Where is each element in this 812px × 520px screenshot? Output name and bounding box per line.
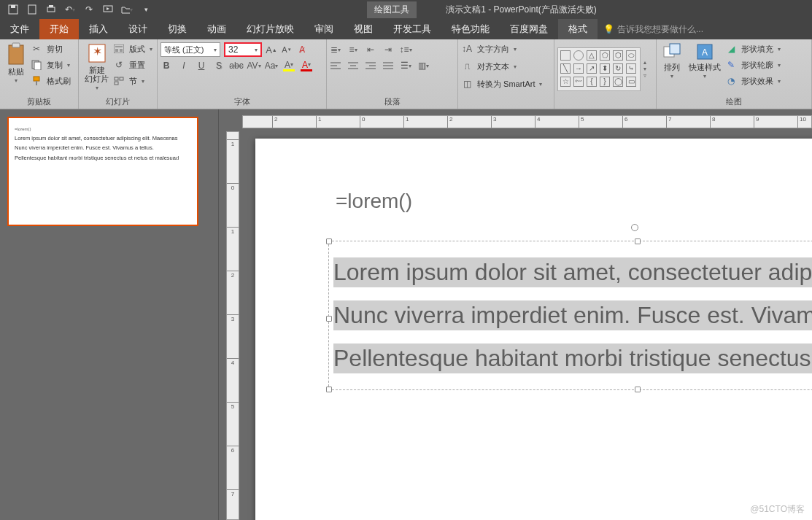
tab-开始[interactable]: 开始 xyxy=(39,19,79,39)
resize-handle[interactable] xyxy=(635,238,641,244)
font-name-combo[interactable]: 等线 (正文)▾ xyxy=(161,42,220,57)
paragraph-text[interactable]: Lorem ipsum dolor sit amet, consectetuer… xyxy=(333,257,812,287)
save-icon[interactable] xyxy=(7,4,19,15)
group-label: 幻灯片 xyxy=(82,95,154,109)
strike-icon[interactable]: abc xyxy=(231,60,242,71)
numbering-icon[interactable]: ≡▾ xyxy=(347,44,359,55)
group-shapes: △⬠⬡⬭ ╲→↗⬍↻⤷ ☆⬳{}◯▭ ▴ ▾ ▿ xyxy=(554,39,657,109)
vertical-ruler[interactable]: 1012345678 xyxy=(226,131,239,520)
contextual-tab-label: 绘图工具 xyxy=(367,1,417,18)
font-color-icon[interactable]: A▾ xyxy=(301,60,312,71)
group-label: 绘图 xyxy=(660,95,808,109)
line-spacing-icon[interactable]: ↕≡▾ xyxy=(400,44,411,55)
paragraph-text[interactable]: Pellentesque habitant morbi tristique se… xyxy=(333,344,812,373)
smartart-button[interactable]: ◫转换为 SmartArt▾ xyxy=(461,76,542,92)
italic-icon[interactable]: I xyxy=(178,60,190,71)
decrease-font-icon[interactable]: A▼ xyxy=(281,44,293,55)
tab-特色功能[interactable]: 特色功能 xyxy=(441,19,500,39)
tab-百度网盘[interactable]: 百度网盘 xyxy=(500,19,558,39)
bullets-icon[interactable]: ≣▾ xyxy=(330,44,341,55)
group-font: 等线 (正文)▾ 32▾ A▲ A▼ A̷ B I U S abc AV▾ Aa… xyxy=(158,39,327,109)
tab-开发工具[interactable]: 开发工具 xyxy=(383,19,441,39)
svg-rect-7 xyxy=(9,45,23,64)
paragraph-text[interactable]: Nunc viverra imperdiet enim. Fusce est. … xyxy=(333,300,812,330)
gallery-more-icon[interactable]: ▿ xyxy=(643,72,646,79)
svg-rect-21 xyxy=(115,82,118,85)
smartart-icon: ◫ xyxy=(461,78,473,90)
resize-handle[interactable] xyxy=(326,238,332,244)
align-text-button[interactable]: ⎍对齐文本▾ xyxy=(461,58,542,74)
align-right-icon[interactable] xyxy=(365,60,376,71)
tab-视图[interactable]: 视图 xyxy=(344,19,383,39)
layout-button[interactable]: 版式▾ xyxy=(113,41,152,57)
group-text-tools: ↕A文字方向▾ ⎍对齐文本▾ ◫转换为 SmartArt▾ xyxy=(458,39,554,109)
group-slides: ✶ 新建 幻灯片 ▾ 版式▾ ↺重置 节▾ 幻灯片 xyxy=(79,39,158,109)
slide-edit-area[interactable]: 210123456789101112 1012345678 =lorem() L… xyxy=(219,109,812,520)
gallery-down-icon[interactable]: ▾ xyxy=(643,66,646,72)
bold-icon[interactable]: B xyxy=(161,60,172,71)
increase-indent-icon[interactable]: ⇥ xyxy=(382,44,394,55)
decrease-indent-icon[interactable]: ⇤ xyxy=(365,44,376,55)
highlight-icon[interactable]: A▾ xyxy=(283,60,295,71)
tab-设计[interactable]: 设计 xyxy=(118,19,158,39)
thumbnail-panel[interactable]: =lorem() Lorem ipsum dolor sit amet, con… xyxy=(0,109,219,520)
horizontal-ruler[interactable]: 210123456789101112 xyxy=(242,115,812,128)
align-center-icon[interactable] xyxy=(347,60,359,71)
open-icon[interactable]: ▾ xyxy=(121,4,133,15)
text-direction-icon: ↕A xyxy=(461,43,473,55)
slideshow-icon[interactable] xyxy=(102,4,114,15)
columns-icon[interactable]: ▥▾ xyxy=(417,60,429,71)
cut-button[interactable]: ✂剪切 xyxy=(31,41,71,57)
thumb-title: =lorem() xyxy=(15,125,191,133)
new-icon[interactable] xyxy=(26,4,38,15)
increase-font-icon[interactable]: A▲ xyxy=(266,44,277,55)
format-painter-button[interactable]: 格式刷 xyxy=(31,73,71,89)
shape-fill-button[interactable]: ◢形状填充▾ xyxy=(725,41,781,57)
tab-审阅[interactable]: 审阅 xyxy=(304,19,344,39)
underline-icon[interactable]: U xyxy=(196,60,207,71)
resize-handle[interactable] xyxy=(326,316,332,322)
shape-outline-button[interactable]: ✎形状轮廓▾ xyxy=(725,57,781,73)
paste-button[interactable]: 粘贴 ▾ xyxy=(3,41,29,85)
workspace: =lorem() Lorem ipsum dolor sit amet, con… xyxy=(0,109,812,520)
shape-effects-button[interactable]: ◔形状效果▾ xyxy=(725,73,781,89)
slide-canvas[interactable]: =lorem() Lorem ipsum dolor sit amet, con… xyxy=(255,139,812,520)
slide-thumbnail[interactable]: =lorem() Lorem ipsum dolor sit amet, con… xyxy=(7,117,198,226)
tab-插入[interactable]: 插入 xyxy=(79,19,118,39)
spacing-icon[interactable]: AV▾ xyxy=(248,60,260,71)
tab-格式[interactable]: 格式 xyxy=(558,19,598,39)
slide-title-text[interactable]: =lorem() xyxy=(336,190,412,213)
section-button[interactable]: 节▾ xyxy=(113,73,152,89)
font-size-combo[interactable]: 32▾ xyxy=(224,42,262,57)
clear-format-icon[interactable]: A̷ xyxy=(296,44,308,55)
tab-动画[interactable]: 动画 xyxy=(197,19,236,39)
tab-文件[interactable]: 文件 xyxy=(0,19,39,39)
copy-button[interactable]: 复制▾ xyxy=(31,57,71,73)
quick-styles-button[interactable]: A 快速样式▾ xyxy=(686,41,724,81)
svg-rect-2 xyxy=(28,5,36,14)
section-icon xyxy=(113,75,125,87)
thumb-line: Lorem ipsum dolor sit amet, consectetuer… xyxy=(15,133,191,144)
undo-icon[interactable]: ↶▾ xyxy=(64,4,76,15)
shadow-icon[interactable]: S xyxy=(213,60,225,71)
justify-icon[interactable] xyxy=(382,60,394,71)
rotate-handle[interactable] xyxy=(631,224,638,231)
resize-handle[interactable] xyxy=(326,387,332,392)
new-slide-button[interactable]: ✶ 新建 幻灯片 ▾ xyxy=(82,41,112,93)
shapes-gallery[interactable]: △⬠⬡⬭ ╲→↗⬍↻⤷ ☆⬳{}◯▭ xyxy=(557,47,641,91)
redo-icon[interactable]: ↷ xyxy=(83,4,95,15)
change-case-icon[interactable]: Aa▾ xyxy=(266,60,277,71)
distribute-icon[interactable]: ☰▾ xyxy=(400,60,411,71)
reset-button[interactable]: ↺重置 xyxy=(113,57,152,73)
tab-切换[interactable]: 切换 xyxy=(158,19,197,39)
tell-me-search[interactable]: 💡告诉我您想要做什么... xyxy=(598,19,812,39)
align-left-icon[interactable] xyxy=(330,60,341,71)
arrange-button[interactable]: 排列▾ xyxy=(660,41,684,81)
tab-幻灯片放映[interactable]: 幻灯片放映 xyxy=(236,19,304,39)
print-icon[interactable] xyxy=(45,4,57,15)
content-placeholder[interactable]: Lorem ipsum dolor sit amet, consectetuer… xyxy=(328,241,812,390)
gallery-up-icon[interactable]: ▴ xyxy=(643,59,646,66)
resize-handle[interactable] xyxy=(635,387,641,392)
text-direction-button[interactable]: ↕A文字方向▾ xyxy=(461,41,542,57)
qat-more-icon[interactable]: ▾ xyxy=(140,4,152,15)
